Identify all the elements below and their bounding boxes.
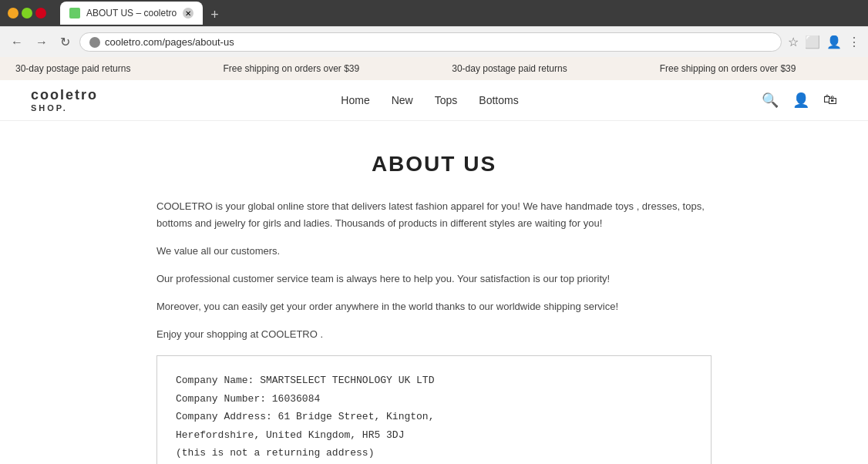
announcement-inner: 30-day postage paid returns Free shippin…: [0, 63, 811, 74]
new-tab-button[interactable]: +: [206, 7, 224, 23]
nav-tops[interactable]: Tops: [435, 94, 458, 106]
cart-button[interactable]: 🛍: [823, 92, 837, 108]
toolbar-icons: ☆ ⬜ 👤 ⋮: [788, 35, 860, 49]
search-button[interactable]: 🔍: [762, 92, 779, 109]
address-bar[interactable]: cooletro.com/pages/about-us: [79, 32, 782, 52]
tab-label: ABOUT US – cooletro: [86, 8, 177, 18]
restore-button[interactable]: [22, 8, 32, 18]
bookmark-button[interactable]: ☆: [788, 35, 799, 49]
header-icons: 🔍 👤 🛍: [762, 92, 837, 109]
announcement-item-1: 30-day postage paid returns: [0, 63, 146, 74]
tab-bar: ABOUT US – cooletro ✕ +: [52, 2, 231, 25]
about-para2: We value all our customers.: [156, 243, 712, 260]
tab-favicon: [69, 8, 80, 18]
company-info-text: Company Name: SMARTSELECT TECHNOLOGY UK …: [176, 372, 692, 462]
site-header: cooletro SHOP. Home New Tops Bottoms 🔍 👤…: [0, 80, 868, 121]
forward-button[interactable]: →: [32, 32, 51, 52]
refresh-button[interactable]: ↻: [57, 32, 73, 52]
page-title: ABOUT US: [156, 152, 712, 177]
announcement-bar: 30-day postage paid returns Free shippin…: [0, 57, 868, 80]
browser-toolbar: ← → ↻ cooletro.com/pages/about-us ☆ ⬜ 👤 …: [0, 26, 868, 57]
logo-line2: SHOP.: [31, 103, 98, 113]
menu-button[interactable]: ⋮: [848, 35, 860, 49]
browser-chrome: ABOUT US – cooletro ✕ + ← → ↻ cooletro.c…: [0, 0, 868, 57]
nav-new[interactable]: New: [392, 94, 413, 106]
about-para5: Enjoy your shopping at COOLETRO .: [156, 326, 712, 343]
browser-titlebar: ABOUT US – cooletro ✕ +: [0, 0, 868, 26]
extensions-button[interactable]: ⬜: [805, 35, 820, 49]
back-button[interactable]: ←: [8, 32, 26, 52]
close-button[interactable]: [35, 8, 46, 18]
announcement-item-2: Free shipping on orders over $39: [207, 63, 375, 74]
nav-bottoms[interactable]: Bottoms: [479, 94, 518, 106]
main-content: ABOUT US COOLETRO is your global online …: [141, 121, 727, 464]
logo: cooletro SHOP.: [31, 88, 98, 113]
address-text: cooletro.com/pages/about-us: [105, 36, 234, 48]
announcement-item-4: Free shipping on orders over $39: [644, 63, 812, 74]
about-para4: Moreover, you can easily get your order …: [156, 298, 712, 315]
tab-close-button[interactable]: ✕: [183, 8, 193, 18]
profile-button[interactable]: 👤: [826, 35, 842, 49]
announcement-item-3: 30-day postage paid returns: [436, 63, 582, 74]
account-button[interactable]: 👤: [792, 92, 809, 109]
browser-controls: [8, 8, 46, 18]
logo-area: cooletro SHOP.: [31, 88, 98, 113]
address-favicon: [89, 37, 100, 48]
about-para1: COOLETRO is your global online store tha…: [156, 198, 712, 232]
main-nav: Home New Tops Bottoms: [341, 94, 518, 106]
about-para3: Our professional customer service team i…: [156, 271, 712, 287]
nav-home[interactable]: Home: [341, 94, 369, 106]
page-wrapper: 30-day postage paid returns Free shippin…: [0, 57, 868, 464]
company-info-box: Company Name: SMARTSELECT TECHNOLOGY UK …: [156, 355, 712, 464]
active-tab[interactable]: ABOUT US – cooletro ✕: [60, 2, 203, 25]
minimize-button[interactable]: [8, 8, 19, 18]
logo-line1: cooletro: [31, 88, 98, 103]
